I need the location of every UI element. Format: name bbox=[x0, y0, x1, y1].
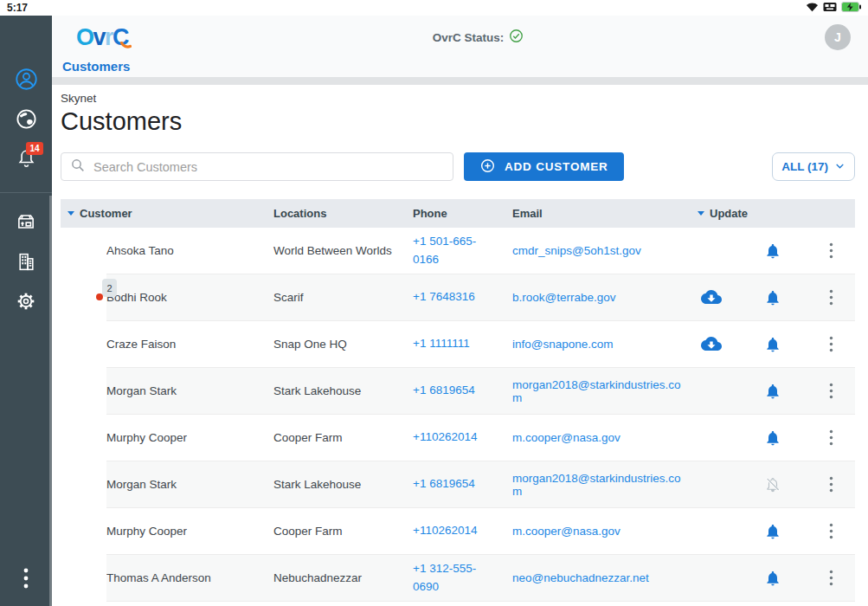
customer-location: Scarif bbox=[273, 291, 413, 304]
customer-location: World Between Worlds bbox=[273, 244, 413, 257]
customer-phone-link[interactable]: +110262014 bbox=[413, 524, 477, 537]
check-circle-icon bbox=[509, 29, 524, 47]
notifications-muted-icon[interactable] bbox=[762, 474, 783, 495]
user-avatar[interactable]: J bbox=[825, 24, 851, 50]
table-row[interactable]: Morgan Stark Stark Lakehouse +1 6819654 … bbox=[61, 461, 855, 508]
customer-email-link[interactable]: neo@nebuchadnezzar.net bbox=[512, 571, 649, 584]
customer-name[interactable]: Ahsoka Tano bbox=[106, 244, 273, 257]
customer-location: Stark Lakehouse bbox=[273, 384, 413, 397]
filter-dropdown[interactable]: ALL (17) bbox=[772, 152, 855, 181]
notifications-on-icon[interactable] bbox=[762, 381, 783, 402]
table-row[interactable]: Thomas A Anderson Nebuchadnezzar +1 312-… bbox=[61, 555, 855, 602]
customer-name[interactable]: Bodhi Rook bbox=[106, 291, 273, 304]
notifications-count-badge: 14 bbox=[26, 142, 43, 155]
row-menu-button[interactable] bbox=[827, 334, 835, 354]
table-row[interactable]: Murphy Cooper Cooper Farm +110262014 m.c… bbox=[61, 415, 855, 461]
sidebar-item-more[interactable] bbox=[0, 563, 52, 597]
customer-location: Stark Lakehouse bbox=[273, 478, 413, 491]
column-header-label: Email bbox=[512, 207, 543, 220]
column-header-locations[interactable]: Locations bbox=[273, 207, 413, 220]
row-indicator-cell bbox=[61, 415, 106, 461]
row-menu-button[interactable] bbox=[827, 568, 835, 588]
alert-dot bbox=[96, 293, 103, 300]
customer-email-link[interactable]: m.cooper@nasa.gov bbox=[512, 525, 620, 538]
notifications-on-icon[interactable] bbox=[762, 521, 783, 542]
sidebar-item-settings[interactable] bbox=[0, 283, 52, 323]
customer-phone-link[interactable]: +1 6819654 bbox=[413, 384, 475, 396]
customer-email-link[interactable]: info@snapone.com bbox=[512, 338, 614, 351]
customer-phone-link[interactable]: +1 6819654 bbox=[413, 477, 475, 490]
row-indicator-cell: 2 bbox=[61, 274, 106, 321]
sidebar-item-locations[interactable] bbox=[0, 243, 52, 283]
row-menu-button[interactable] bbox=[827, 474, 835, 494]
customer-phone-link[interactable]: +1 7648316 bbox=[413, 290, 475, 303]
row-menu-button[interactable] bbox=[827, 428, 835, 448]
customer-name[interactable]: Murphy Cooper bbox=[106, 525, 273, 538]
customer-location: Snap One HQ bbox=[273, 338, 413, 351]
customer-phone-link[interactable]: +110262014 bbox=[413, 430, 477, 443]
sidebar-item-firmware[interactable] bbox=[0, 203, 52, 243]
update-available-icon[interactable] bbox=[699, 286, 723, 310]
notifications-on-icon[interactable] bbox=[762, 287, 783, 308]
customer-phone-link[interactable]: +1 1111111 bbox=[413, 337, 470, 350]
customer-name[interactable]: Morgan Stark bbox=[106, 478, 273, 491]
battery-charging-icon bbox=[841, 0, 861, 16]
column-header-update[interactable]: Update bbox=[692, 207, 739, 220]
row-menu-button[interactable] bbox=[827, 381, 835, 401]
breadcrumb[interactable]: Customers bbox=[62, 59, 130, 74]
column-header-label: Customer bbox=[80, 207, 132, 220]
sidebar-item-network[interactable] bbox=[0, 100, 52, 140]
customer-name[interactable]: Thomas A Anderson bbox=[106, 571, 273, 584]
firmware-box-icon bbox=[15, 210, 37, 236]
update-available-icon[interactable] bbox=[699, 332, 723, 357]
customer-email-link[interactable]: m.cooper@nasa.gov bbox=[512, 431, 620, 444]
row-menu-button[interactable] bbox=[827, 241, 835, 261]
sidebar-item-notifications[interactable]: 14 bbox=[0, 140, 52, 180]
customer-phone-link[interactable]: +1 312-555-0690 bbox=[413, 562, 476, 592]
sidebar-item-customers[interactable] bbox=[0, 61, 52, 100]
search-box[interactable] bbox=[61, 152, 453, 181]
search-icon bbox=[70, 158, 86, 177]
sidebar-scrollbar[interactable] bbox=[49, 196, 52, 606]
sort-descending-icon bbox=[68, 211, 74, 216]
buildings-icon bbox=[16, 251, 37, 276]
column-header-phone[interactable]: Phone bbox=[413, 207, 512, 220]
table-row[interactable]: Ahsoka Tano World Between Worlds +1 501-… bbox=[61, 228, 855, 274]
customer-name[interactable]: Morgan Stark bbox=[106, 384, 273, 397]
kebab-menu-icon bbox=[829, 336, 833, 352]
search-input[interactable] bbox=[93, 160, 444, 174]
sidebar-divider bbox=[0, 192, 52, 193]
customer-email-link[interactable]: b.rook@terrabe.gov bbox=[512, 291, 616, 304]
notifications-on-icon[interactable] bbox=[762, 241, 783, 261]
customer-email-link[interactable]: morgan2018@starkindustries.com bbox=[512, 378, 681, 404]
customer-name[interactable]: Murphy Cooper bbox=[106, 431, 273, 444]
table-row[interactable]: Craze Faison Snap One HQ +1 1111111 info… bbox=[61, 321, 855, 368]
customer-location: Nebuchadnezzar bbox=[273, 571, 413, 584]
notifications-on-icon[interactable] bbox=[762, 568, 783, 589]
column-header-customer[interactable]: Customer bbox=[61, 207, 273, 220]
customer-phone-link[interactable]: +1 501-665-0166 bbox=[413, 235, 476, 265]
wifi-icon bbox=[806, 0, 819, 16]
logo-letter: v bbox=[93, 26, 106, 49]
table-row[interactable]: 2 Bodhi Rook Scarif +1 7648316 b.rook@te… bbox=[61, 274, 855, 321]
device-status-bar: 5:17 bbox=[0, 0, 868, 16]
row-indicator-cell bbox=[61, 555, 106, 602]
kebab-menu-icon bbox=[829, 242, 833, 259]
table-row[interactable]: Morgan Stark Stark Lakehouse +1 6819654 … bbox=[61, 368, 855, 415]
sidebar: 14 bbox=[0, 16, 52, 606]
ovrc-logo[interactable]: OvrC bbox=[76, 26, 132, 49]
customer-email-link[interactable]: cmdr_snips@5oh1st.gov bbox=[512, 244, 641, 257]
globe-icon bbox=[15, 107, 38, 134]
table-row[interactable]: Murphy Cooper Cooper Farm +110262014 m.c… bbox=[61, 508, 855, 555]
column-header-label: Update bbox=[710, 207, 748, 220]
column-header-email[interactable]: Email bbox=[512, 207, 692, 220]
customer-email-link[interactable]: morgan2018@starkindustries.com bbox=[512, 472, 681, 498]
notifications-on-icon[interactable] bbox=[762, 334, 783, 355]
row-indicator-cell bbox=[61, 508, 106, 555]
row-menu-button[interactable] bbox=[827, 287, 835, 307]
kebab-menu-icon bbox=[829, 383, 833, 399]
row-menu-button[interactable] bbox=[827, 521, 835, 541]
notifications-on-icon[interactable] bbox=[762, 428, 783, 448]
add-customer-button[interactable]: ADD CUSTOMER bbox=[464, 152, 624, 181]
customer-name[interactable]: Craze Faison bbox=[106, 338, 273, 351]
